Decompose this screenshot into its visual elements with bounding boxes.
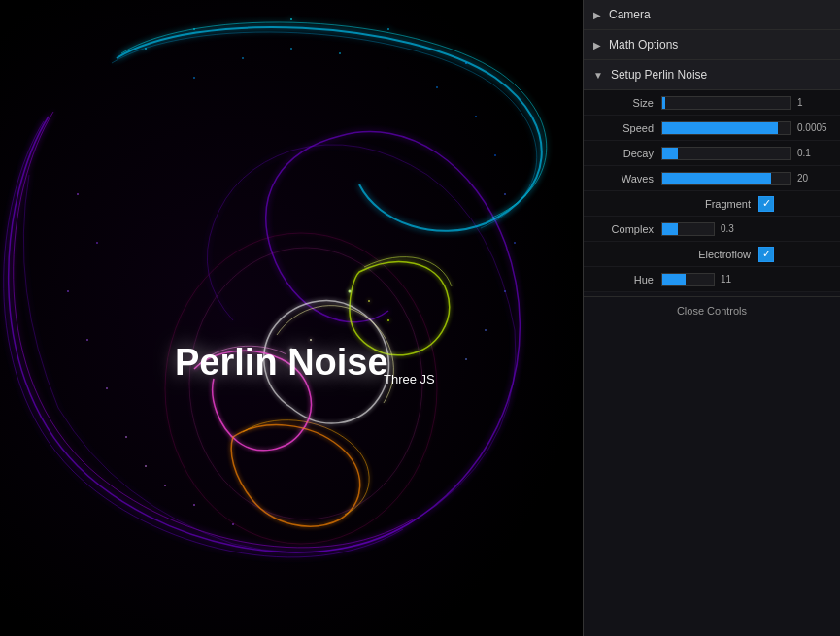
hue-value: 11 <box>719 274 756 285</box>
waves-value: 20 <box>795 173 832 184</box>
svg-point-32 <box>494 154 496 156</box>
math-options-section-header[interactable]: Math Options <box>584 30 840 60</box>
svg-point-33 <box>504 193 506 195</box>
fragment-label: Fragment <box>591 198 758 210</box>
speed-slider-fill <box>662 122 778 134</box>
decay-label: Decay <box>591 148 661 159</box>
svg-point-17 <box>67 290 69 292</box>
speed-slider[interactable] <box>661 121 791 135</box>
svg-point-29 <box>387 67 389 69</box>
svg-point-14 <box>387 319 389 321</box>
complex-label: Complex <box>591 223 661 235</box>
size-slider-fill <box>662 97 665 109</box>
setup-section-header[interactable]: Setup Perlin Noise <box>584 60 840 90</box>
size-value: 1 <box>795 97 832 108</box>
svg-point-34 <box>514 242 516 244</box>
visualization-title: Perlin Noise <box>175 342 388 384</box>
svg-point-35 <box>504 290 506 292</box>
svg-point-25 <box>193 77 195 79</box>
size-slider[interactable] <box>661 96 791 110</box>
svg-point-24 <box>232 523 234 525</box>
svg-point-26 <box>242 57 244 59</box>
decay-value: 0.1 <box>795 148 832 158</box>
waves-slider-fill <box>662 173 771 184</box>
svg-point-1 <box>145 48 147 50</box>
electroflow-label: Electroflow <box>591 249 758 260</box>
decay-control-row: Decay 0.1 <box>584 141 840 166</box>
svg-point-12 <box>349 290 352 293</box>
svg-rect-0 <box>0 0 583 636</box>
svg-point-3 <box>290 18 292 20</box>
svg-point-37 <box>465 358 467 360</box>
hue-label: Hue <box>591 274 661 285</box>
svg-point-15 <box>77 193 79 195</box>
svg-point-28 <box>339 52 341 54</box>
visualization-subtitle: Three JS <box>384 372 435 386</box>
svg-point-5 <box>465 62 467 64</box>
hue-control-row: Hue 11 <box>584 267 840 292</box>
speed-value: 0.0005 <box>795 122 832 133</box>
complex-control-row: Complex 0.3 <box>584 217 840 242</box>
decay-slider[interactable] <box>661 147 791 160</box>
close-controls-button[interactable]: Close Controls <box>584 296 840 324</box>
svg-point-2 <box>193 28 195 30</box>
svg-point-18 <box>86 339 88 341</box>
waves-control-row: Waves 20 <box>584 166 840 191</box>
fragment-control-row: Fragment ✓ <box>584 191 840 217</box>
svg-point-21 <box>145 465 147 467</box>
svg-point-22 <box>164 485 166 486</box>
waves-label: Waves <box>591 173 661 184</box>
svg-point-9 <box>310 339 312 341</box>
speed-label: Speed <box>591 122 661 134</box>
perlin-visualization <box>0 0 583 636</box>
hue-slider[interactable] <box>661 273 715 286</box>
math-options-arrow-icon <box>593 40 601 50</box>
setup-label: Setup Perlin Noise <box>611 68 707 82</box>
setup-arrow-icon <box>593 70 603 81</box>
waves-slider[interactable] <box>661 172 791 185</box>
svg-point-13 <box>368 300 370 302</box>
control-panel: Camera Math Options Setup Perlin Noise S… <box>583 0 840 636</box>
svg-point-36 <box>485 329 487 331</box>
camera-arrow-icon <box>593 10 601 20</box>
setup-section: Setup Perlin Noise Size 1 Speed 0.0005 D… <box>584 60 840 292</box>
fragment-checkbox[interactable]: ✓ <box>758 196 774 212</box>
size-label: Size <box>591 97 661 109</box>
size-control-row: Size 1 <box>584 90 840 116</box>
math-options-label: Math Options <box>609 38 678 51</box>
svg-point-16 <box>96 242 98 244</box>
canvas-area: Perlin Noise Three JS <box>0 0 583 636</box>
svg-point-27 <box>290 48 292 50</box>
camera-section-header[interactable]: Camera <box>584 0 840 30</box>
decay-slider-fill <box>662 148 678 159</box>
svg-point-30 <box>436 86 438 88</box>
electroflow-checkbox[interactable]: ✓ <box>758 247 774 262</box>
electroflow-control-row: Electroflow ✓ <box>584 242 840 267</box>
camera-label: Camera <box>609 8 651 21</box>
svg-point-19 <box>106 387 108 389</box>
svg-point-4 <box>387 28 389 30</box>
complex-slider-fill <box>662 223 678 235</box>
svg-point-20 <box>125 436 127 438</box>
svg-point-31 <box>475 116 477 117</box>
speed-control-row: Speed 0.0005 <box>584 116 840 141</box>
complex-slider[interactable] <box>661 222 715 236</box>
hue-slider-fill <box>662 274 686 285</box>
svg-point-23 <box>193 504 195 506</box>
complex-value: 0.3 <box>719 223 756 234</box>
